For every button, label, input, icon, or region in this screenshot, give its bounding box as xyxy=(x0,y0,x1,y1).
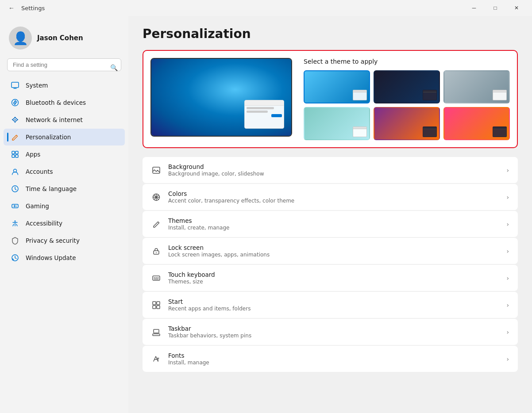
svg-rect-0 xyxy=(12,82,19,88)
personalization-icon xyxy=(11,133,19,141)
theme-mini-bar xyxy=(493,127,506,129)
svg-rect-18 xyxy=(157,302,160,305)
theme-mini-preview xyxy=(353,90,367,100)
user-profile[interactable]: 👤 Jason Cohen xyxy=(0,19,128,58)
theme-preview-area xyxy=(150,58,297,137)
chevron-right-icon: › xyxy=(506,167,509,174)
sidebar-item-label: Accounts xyxy=(26,168,118,175)
sidebar-item-network[interactable]: Network & internet xyxy=(4,111,125,128)
theme-mini-bar xyxy=(493,90,506,92)
settings-row-subtitle: Taskbar behaviors, system pins xyxy=(168,333,499,339)
sidebar-item-personalization[interactable]: Personalization xyxy=(4,129,125,145)
chevron-right-icon: › xyxy=(506,221,509,228)
settings-row-taskbar[interactable]: Taskbar Taskbar behaviors, system pins › xyxy=(143,319,518,345)
accessibility-icon xyxy=(11,219,19,228)
settings-row-title: Lock screen xyxy=(168,244,499,251)
settings-row-title: Touch keyboard xyxy=(168,271,499,278)
preview-line-2 xyxy=(247,111,268,113)
network-icon xyxy=(11,115,19,124)
svg-rect-4 xyxy=(15,151,18,154)
preview-line-1 xyxy=(247,107,274,109)
chevron-right-icon: › xyxy=(506,248,509,255)
svg-rect-5 xyxy=(12,155,15,157)
minimize-button[interactable]: ─ xyxy=(464,1,484,15)
maximize-button[interactable]: □ xyxy=(485,1,505,15)
preview-btn xyxy=(271,114,282,117)
svg-rect-3 xyxy=(12,151,15,154)
user-name: Jason Cohen xyxy=(37,34,83,42)
sidebar-item-bluetooth[interactable]: Bluetooth & devices xyxy=(4,94,125,111)
sidebar: 👤 Jason Cohen 🔍 System Bluetooth & devic… xyxy=(0,16,128,413)
settings-row-subtitle: Accent color, transparency effects, colo… xyxy=(168,198,499,204)
settings-row-subtitle: Background image, color, slideshow xyxy=(168,171,499,177)
theme-thumb-windows-dark[interactable]: Windows (dark), 1 images xyxy=(374,70,440,103)
sidebar-item-accessibility[interactable]: Accessibility xyxy=(4,215,125,232)
theme-thumb-captured-motion[interactable] xyxy=(304,107,370,140)
settings-row-title: Themes xyxy=(168,217,499,224)
sidebar-item-time[interactable]: Time & language xyxy=(4,180,125,197)
svg-rect-21 xyxy=(153,334,160,336)
back-button[interactable]: ← xyxy=(5,2,18,14)
privacy-icon xyxy=(11,236,19,245)
fonts-icon xyxy=(151,354,161,364)
titlebar-title: Settings xyxy=(21,5,460,11)
settings-row-text: Colors Accent color, transparency effect… xyxy=(168,190,499,204)
sidebar-item-update[interactable]: Windows Update xyxy=(4,249,125,266)
settings-row-text: Start Recent apps and items, folders xyxy=(168,298,499,312)
app-body: 👤 Jason Cohen 🔍 System Bluetooth & devic… xyxy=(0,16,532,413)
chevron-right-icon: › xyxy=(506,329,509,336)
settings-row-themes[interactable]: Themes Install, create, manage › xyxy=(143,211,518,237)
theme-mini-bar xyxy=(423,127,436,129)
settings-row-colors[interactable]: Colors Accent color, transparency effect… xyxy=(143,184,518,210)
theme-thumb-flow[interactable] xyxy=(443,107,510,140)
sidebar-item-apps[interactable]: Apps xyxy=(4,146,125,163)
svg-rect-6 xyxy=(15,155,18,157)
settings-row-title: Start xyxy=(168,298,499,305)
sidebar-item-privacy[interactable]: Privacy & security xyxy=(4,232,125,249)
settings-row-title: Fonts xyxy=(168,352,499,359)
sidebar-item-gaming[interactable]: Gaming xyxy=(4,198,125,214)
search-input[interactable] xyxy=(7,58,121,71)
chevron-right-icon: › xyxy=(506,302,509,309)
theme-mini-preview xyxy=(423,90,437,100)
page-title: Personalization xyxy=(143,27,518,41)
settings-row-text: Taskbar Taskbar behaviors, system pins xyxy=(168,325,499,339)
settings-row-subtitle: Lock screen images, apps, animations xyxy=(168,252,499,258)
settings-row-lock-screen[interactable]: Lock screen Lock screen images, apps, an… xyxy=(143,238,518,264)
close-button[interactable]: ✕ xyxy=(506,1,527,15)
background-icon xyxy=(151,165,161,175)
chevron-right-icon: › xyxy=(506,356,509,363)
theme-grid: Windows (dark), 1 images xyxy=(304,70,510,140)
accounts-icon xyxy=(11,167,19,176)
theme-mini-preview xyxy=(423,126,437,137)
settings-row-title: Taskbar xyxy=(168,325,499,332)
time-icon xyxy=(11,184,19,193)
settings-row-start[interactable]: Start Recent apps and items, folders › xyxy=(143,292,518,318)
settings-row-background[interactable]: Background Background image, color, slid… xyxy=(143,157,518,183)
settings-row-touch-keyboard[interactable]: Touch keyboard Themes, size › xyxy=(143,265,518,291)
theme-mini-preview xyxy=(493,90,507,100)
sidebar-item-system[interactable]: System xyxy=(4,77,125,94)
bluetooth-icon xyxy=(11,98,19,107)
svg-rect-16 xyxy=(153,276,160,280)
theme-thumb-glow[interactable] xyxy=(443,70,510,103)
sidebar-item-label: Windows Update xyxy=(26,254,118,261)
preview-window xyxy=(244,100,284,129)
settings-row-fonts[interactable]: Fonts Install, manage › xyxy=(143,346,518,372)
sidebar-item-accounts[interactable]: Accounts xyxy=(4,163,125,180)
svg-rect-22 xyxy=(154,329,159,333)
sidebar-item-label: Accessibility xyxy=(26,220,118,227)
settings-row-subtitle: Themes, size xyxy=(168,279,499,285)
taskbar-icon xyxy=(151,327,161,337)
colors-icon xyxy=(151,192,161,202)
settings-row-subtitle: Install, manage xyxy=(168,359,499,366)
search-icon[interactable]: 🔍 xyxy=(110,64,118,71)
theme-grid-title: Select a theme to apply xyxy=(304,58,510,65)
avatar: 👤 xyxy=(9,27,32,50)
sidebar-item-label: System xyxy=(26,82,118,89)
theme-thumb-windows-light[interactable] xyxy=(304,70,370,103)
theme-thumb-sunrise[interactable] xyxy=(374,107,440,140)
themes-icon xyxy=(151,219,161,229)
svg-rect-20 xyxy=(157,306,160,309)
chevron-right-icon: › xyxy=(506,194,509,201)
